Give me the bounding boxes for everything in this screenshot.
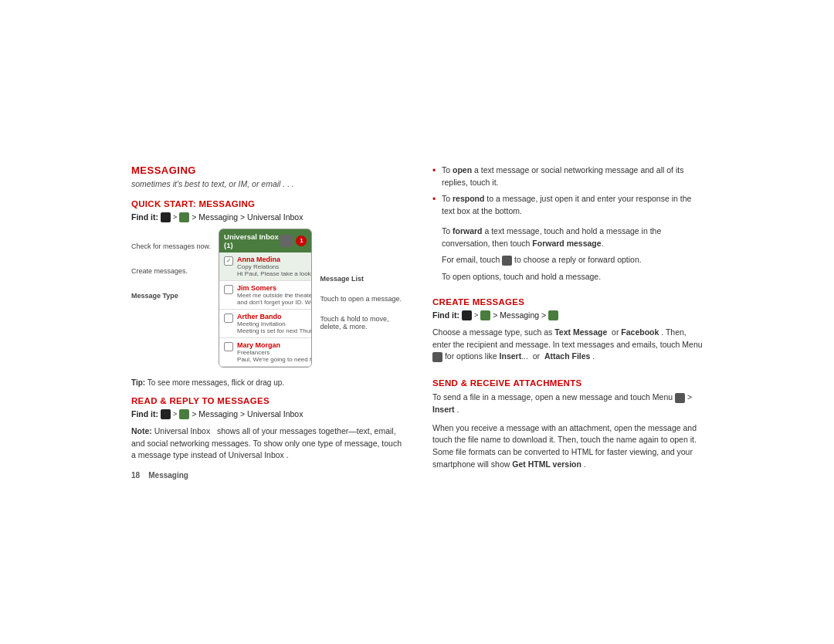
find-it-read-reply: Find it: > > Messaging > Universal Inbox [131,409,402,419]
find-it-path-2: > Messaging > Universal Inbox [192,409,303,419]
phone-row-2: Jim Somers Meet me outside the theater a… [219,281,311,310]
read-reply-title: READ & REPLY TO MESSAGES [131,396,402,405]
forward-text: To forward a text message, touch and hol… [442,225,703,250]
send-body-1: To send a file in a message, open a new … [432,391,703,416]
row-preview1-1: Copy Relations [237,263,312,270]
checkbox-2 [224,285,233,294]
phone-header: Universal Inbox (1) 1 [219,229,311,253]
create-body: Choose a message type, such as Text Mess… [432,327,703,363]
row-name-3: Arther Bando [237,313,312,320]
find-it-icon7 [548,310,558,320]
checkbox-4 [224,342,233,351]
row-preview1-4: Freelancers [237,349,312,356]
left-callout-labels: Check for messages now. Create messages.… [131,229,211,300]
page-number: 18 [131,471,140,480]
bullet-open: To open a text message or social network… [432,164,703,189]
page: MESSAGING sometimes it's best to text, o… [116,141,718,503]
row-preview1-2: Meet me outside the theater at 8 [237,292,312,299]
email-text: For email, touch to choose a reply or fo… [442,254,703,266]
row-content-1: Anna Medina Copy Relations Hi Paul, Plea… [237,256,312,277]
find-it-icon4 [179,409,189,419]
bullet-respond: To respond to a message, just open it an… [432,193,703,218]
right-column: To open a text message or social network… [432,164,703,480]
tip-text: Tip: To see more messages, flick or drag… [131,378,402,387]
right-callout-labels: Message List Touch to open a message. To… [320,229,402,330]
row-content-3: Arther Bando Meeting Invitation Meeting … [237,313,312,334]
create-messages-title: CREATE MESSAGES [432,297,703,307]
phone-header-title: Universal Inbox (1) [224,232,280,249]
callout-message-type: Message Type [131,292,211,300]
find-it-path: > Messaging > Universal Inbox [192,212,303,222]
find-it-path-3: > Messaging > [493,310,546,320]
read-reply-body: Note: Universal Inbox shows all of your … [131,425,402,462]
send-receive-title: SEND & RECEIVE ATTACHMENTS [432,378,703,388]
row-name-2: Jim Somers [237,284,312,292]
page-footer: 18 Messaging [131,471,402,480]
row-preview2-4: Paul, We're going to need help su... [237,356,312,363]
find-it-arrow2: > [173,410,177,418]
phone-mockup: Universal Inbox (1) 1 ✓ Anna Medina Copy… [219,229,312,368]
row-content-4: Mary Morgan Freelancers Paul, We're goin… [237,341,312,363]
row-preview2-3: Meeting is set for next Thursday at ... [237,327,312,334]
find-it-arrow1: > [173,213,177,221]
find-it-create: Find it: > > Messaging > [432,310,703,320]
callout-check: Check for messages now. [131,242,211,250]
footer-label: Messaging [148,471,188,480]
row-preview2-1: Hi Paul, Please take a look at the... [237,270,312,277]
row-name-1: Anna Medina [237,256,312,263]
find-it-icon3 [161,409,171,419]
find-it-arrow3: > [474,311,478,319]
row-preview2-2: and don't forget your ID. Wow! yo... [237,299,312,306]
find-it-icon5 [462,310,472,320]
phone-row-3: Arther Bando Meeting Invitation Meeting … [219,310,311,338]
left-column: MESSAGING sometimes it's best to text, o… [131,164,402,480]
section-title: MESSAGING [131,164,402,176]
row-preview1-3: Meeting Invitation [237,320,312,327]
callout-touch-hold: Touch & hold to move,delete, & more. [320,315,402,330]
checkbox-3 [224,314,233,323]
mockup-area: Check for messages now. Create messages.… [131,229,402,374]
callout-message-list: Message List [320,275,402,283]
quick-start-title: QUICK START: MESSAGING [131,199,402,208]
phone-row-4: Mary Morgan Freelancers Paul, We're goin… [219,338,311,367]
callout-create: Create messages. [131,267,211,275]
tagline: sometimes it's best to text, or IM, or e… [131,179,402,188]
phone-row-1: ✓ Anna Medina Copy Relations Hi Paul, Pl… [219,253,311,281]
find-it-icon1 [161,212,171,222]
find-it-quick-start: Find it: > > Messaging > Universal Inbox [131,212,402,222]
row-content-2: Jim Somers Meet me outside the theater a… [237,284,312,306]
find-it-icon6 [480,310,490,320]
find-it-label-3: Find it: [432,310,459,320]
callout-touch-open: Touch to open a message. [320,295,402,303]
phone-badge: 1 [296,236,307,246]
options-text: To open options, touch and hold a messag… [442,271,703,283]
find-it-label: Find it: [131,212,158,222]
checkbox-1: ✓ [224,256,233,266]
find-it-icon2 [179,212,189,222]
send-body-2: When you receive a message with an attac… [432,422,703,471]
row-name-4: Mary Morgan [237,341,312,349]
bullet-list: To open a text message or social network… [432,164,703,218]
find-it-label-2: Find it: [131,409,158,419]
